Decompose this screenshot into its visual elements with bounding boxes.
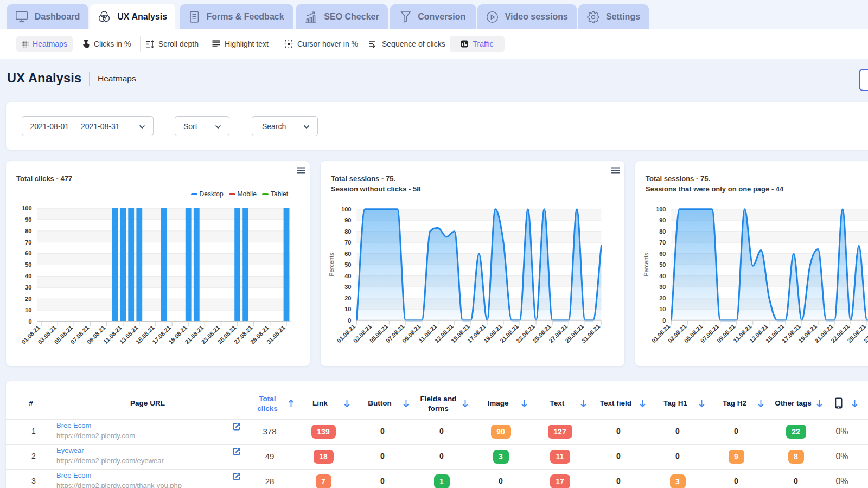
svg-text:10: 10	[659, 306, 666, 312]
svg-text:10: 10	[25, 307, 31, 313]
svg-text:80: 80	[25, 228, 31, 234]
svg-text:60: 60	[25, 250, 31, 256]
svg-text:60: 60	[659, 251, 666, 257]
svg-text:90: 90	[344, 217, 351, 223]
svg-text:100: 100	[341, 206, 351, 213]
svg-text:20: 20	[344, 295, 351, 301]
svg-text:70: 70	[344, 239, 351, 246]
svg-text:70: 70	[25, 239, 31, 246]
svg-text:50: 50	[659, 261, 666, 268]
svg-text:Percents: Percents	[643, 253, 649, 277]
svg-text:100: 100	[656, 206, 666, 213]
svg-text:100: 100	[22, 205, 31, 211]
svg-text:40: 40	[659, 273, 666, 279]
svg-text:90: 90	[25, 216, 31, 223]
svg-text:50: 50	[25, 261, 31, 268]
svg-text:10: 10	[344, 306, 351, 312]
svg-text:30: 30	[659, 284, 666, 290]
svg-text:90: 90	[659, 217, 666, 223]
svg-text:80: 80	[659, 228, 666, 235]
svg-text:0: 0	[348, 317, 351, 324]
svg-text:50: 50	[344, 261, 351, 268]
svg-text:0: 0	[662, 317, 666, 324]
svg-text:80: 80	[344, 228, 351, 235]
svg-text:0: 0	[28, 318, 31, 325]
svg-text:20: 20	[659, 295, 666, 301]
svg-text:70: 70	[659, 239, 666, 246]
svg-text:20: 20	[25, 296, 31, 302]
svg-text:40: 40	[344, 273, 351, 279]
svg-text:60: 60	[344, 251, 351, 257]
svg-text:30: 30	[25, 284, 31, 291]
svg-text:Percents: Percents	[328, 253, 335, 277]
svg-text:40: 40	[25, 273, 31, 279]
svg-text:30: 30	[344, 284, 351, 290]
